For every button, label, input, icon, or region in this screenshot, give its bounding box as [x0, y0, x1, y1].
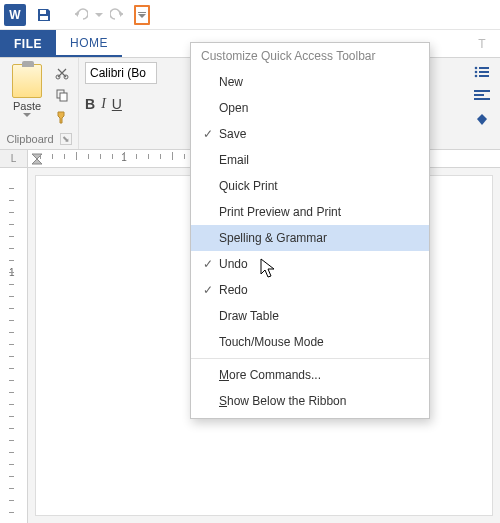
vruler-tick — [9, 272, 14, 273]
copy-icon[interactable] — [52, 86, 72, 104]
bullets-icon[interactable] — [472, 64, 492, 80]
clipboard-icon — [12, 64, 42, 98]
paste-button[interactable]: Paste — [6, 62, 48, 131]
paste-label: Paste — [13, 100, 41, 112]
vruler-tick — [9, 440, 14, 441]
menu-item[interactable]: ✓Save — [191, 121, 429, 147]
align-icon[interactable] — [472, 88, 492, 104]
tab-cut-right: T — [464, 30, 500, 57]
vruler-tick — [9, 284, 14, 285]
cut-icon[interactable] — [52, 64, 72, 82]
svg-rect-9 — [479, 71, 489, 73]
vruler-tick — [9, 200, 14, 201]
svg-rect-0 — [40, 10, 46, 14]
vruler-tick — [9, 308, 14, 309]
ruler-tick — [136, 154, 137, 159]
svg-rect-7 — [479, 67, 489, 69]
vruler-tick — [9, 224, 14, 225]
vruler-tick — [9, 320, 14, 321]
svg-point-6 — [475, 67, 478, 70]
svg-rect-5 — [60, 93, 67, 101]
vruler-tick — [9, 488, 14, 489]
menu-item[interactable]: Email — [191, 147, 429, 173]
tab-selector[interactable]: L — [0, 150, 28, 167]
ruler-tick — [64, 154, 65, 159]
menu-item-label: Email — [219, 153, 249, 167]
group-clipboard: Paste Clipboard ⬊ — [0, 58, 79, 149]
menu-item-label: Open — [219, 101, 248, 115]
vruler-tick — [9, 428, 14, 429]
menu-item-label: Undo — [219, 257, 248, 271]
vruler-tick — [9, 344, 14, 345]
svg-point-10 — [475, 75, 478, 78]
ruler-tick — [88, 154, 89, 159]
menu-item[interactable]: Quick Print — [191, 173, 429, 199]
menu-item[interactable]: Spelling & Grammar — [191, 225, 429, 251]
ruler-tick — [184, 154, 185, 159]
undo-icon[interactable] — [68, 3, 92, 27]
vruler-tick — [9, 188, 14, 189]
customize-qat-button[interactable] — [134, 5, 150, 25]
svg-rect-12 — [474, 90, 490, 92]
menu-item-more-commands[interactable]: More Commands... — [191, 362, 429, 388]
menu-item[interactable]: Print Preview and Print — [191, 199, 429, 225]
ruler-tick — [100, 154, 101, 159]
vruler-tick — [9, 476, 14, 477]
check-icon: ✓ — [197, 257, 219, 271]
font-name-input[interactable] — [85, 62, 157, 84]
underline-button[interactable]: U — [112, 96, 122, 112]
dialog-launcher-icon[interactable]: ⬊ — [60, 133, 72, 145]
vruler-tick — [9, 452, 14, 453]
svg-rect-1 — [40, 16, 48, 20]
menu-item[interactable]: ✓Undo — [191, 251, 429, 277]
customize-qat-menu: Customize Quick Access Toolbar NewOpen✓S… — [190, 42, 430, 419]
menu-item[interactable]: Draw Table — [191, 303, 429, 329]
redo-icon[interactable] — [106, 3, 130, 27]
vruler-tick — [9, 356, 14, 357]
svg-point-8 — [475, 71, 478, 74]
chevron-down-icon — [23, 112, 31, 118]
ruler-tick — [172, 152, 173, 160]
menu-item-label: New — [219, 75, 243, 89]
save-icon[interactable] — [32, 3, 56, 27]
ruler-tick — [40, 154, 41, 159]
vruler-tick — [9, 212, 14, 213]
menu-item-label: Save — [219, 127, 246, 141]
vruler-tick — [9, 380, 14, 381]
group-font: B I U — [79, 58, 163, 149]
ruler-tick — [52, 154, 53, 159]
menu-item-label: Spelling & Grammar — [219, 231, 327, 245]
menu-item[interactable]: Touch/Mouse Mode — [191, 329, 429, 355]
vertical-ruler[interactable]: 1 — [0, 168, 28, 523]
menu-item-label: Draw Table — [219, 309, 279, 323]
vruler-tick — [9, 500, 14, 501]
svg-rect-13 — [474, 94, 484, 96]
ruler-tick — [124, 152, 125, 160]
menu-item-show-below-ribbon[interactable]: Show Below the Ribbon — [191, 388, 429, 414]
ruler-tick — [148, 154, 149, 159]
vruler-tick — [9, 404, 14, 405]
vruler-tick — [9, 248, 14, 249]
ruler-tick — [112, 154, 113, 159]
svg-rect-14 — [474, 98, 490, 100]
tab-file[interactable]: FILE — [0, 30, 56, 57]
menu-item-label: Redo — [219, 283, 248, 297]
word-app-icon[interactable]: W — [4, 4, 26, 26]
check-icon: ✓ — [197, 127, 219, 141]
menu-item[interactable]: ✓Redo — [191, 277, 429, 303]
bold-button[interactable]: B — [85, 96, 95, 112]
vruler-tick — [9, 296, 14, 297]
vruler-tick — [9, 332, 14, 333]
tab-home[interactable]: HOME — [56, 30, 122, 57]
ruler-tick — [76, 152, 77, 160]
format-painter-icon[interactable] — [52, 108, 72, 126]
vruler-tick — [9, 236, 14, 237]
vruler-tick — [9, 392, 14, 393]
undo-dropdown-icon[interactable] — [94, 3, 104, 27]
italic-button[interactable]: I — [101, 96, 106, 112]
shading-icon[interactable] — [472, 112, 492, 128]
menu-item-label: Print Preview and Print — [219, 205, 341, 219]
menu-item[interactable]: Open — [191, 95, 429, 121]
menu-item-label: Touch/Mouse Mode — [219, 335, 324, 349]
menu-item[interactable]: New — [191, 69, 429, 95]
